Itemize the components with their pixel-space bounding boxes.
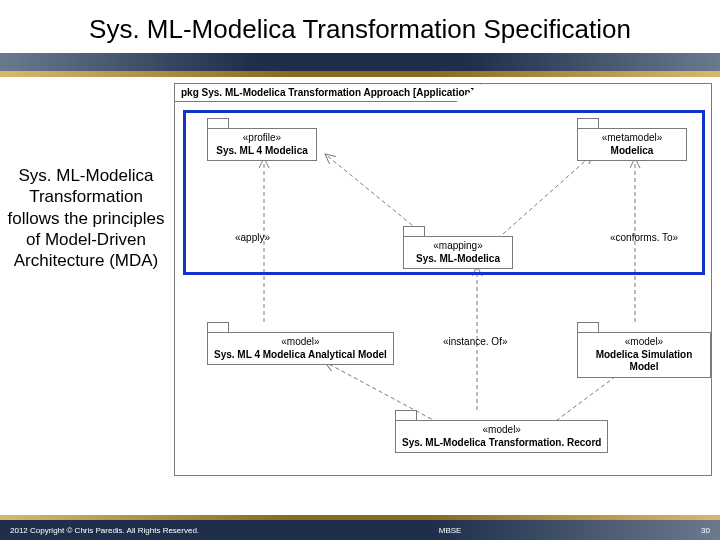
footer-copyright: 2012 Copyright © Chris Paredis. All Righ… [10,526,199,535]
footer-page: 30 [701,526,710,535]
svg-line-3 [503,154,593,234]
node-analytical-model: «model»Sys. ML 4 Modelica Analytical Mod… [207,322,394,365]
side-description: Sys. ML-Modelica Transformation follows … [6,165,166,271]
slide-title: Sys. ML-Modelica Transformation Specific… [0,0,720,53]
footer: 2012 Copyright © Chris Paredis. All Righ… [0,515,720,540]
footer-center: MBSE [439,526,462,535]
content-area: Sys. ML-Modelica Transformation follows … [0,77,720,497]
svg-line-2 [325,154,423,234]
package-diagram-frame: pkg Sys. ML-Modelica Transformation Appr… [174,83,712,476]
frame-label: pkg Sys. ML-Modelica Transformation Appr… [175,84,481,102]
label-instanceof: «instance. Of» [443,336,507,347]
header-bar-navy [0,53,720,71]
node-transformation-record: «model»Sys. ML-Modelica Transformation. … [395,410,608,453]
footer-bar-navy: 2012 Copyright © Chris Paredis. All Righ… [0,520,720,540]
node-mapping: «mapping»Sys. ML-Modelica [403,226,513,269]
label-apply: «apply» [235,232,270,243]
node-metamodel: «metamodel»Modelica [577,118,687,161]
node-profile: «profile»Sys. ML 4 Modelica [207,118,317,161]
node-simulation-model: «model»Modelica Simulation Model [577,322,711,378]
label-conforms: «conforms. To» [610,232,678,243]
